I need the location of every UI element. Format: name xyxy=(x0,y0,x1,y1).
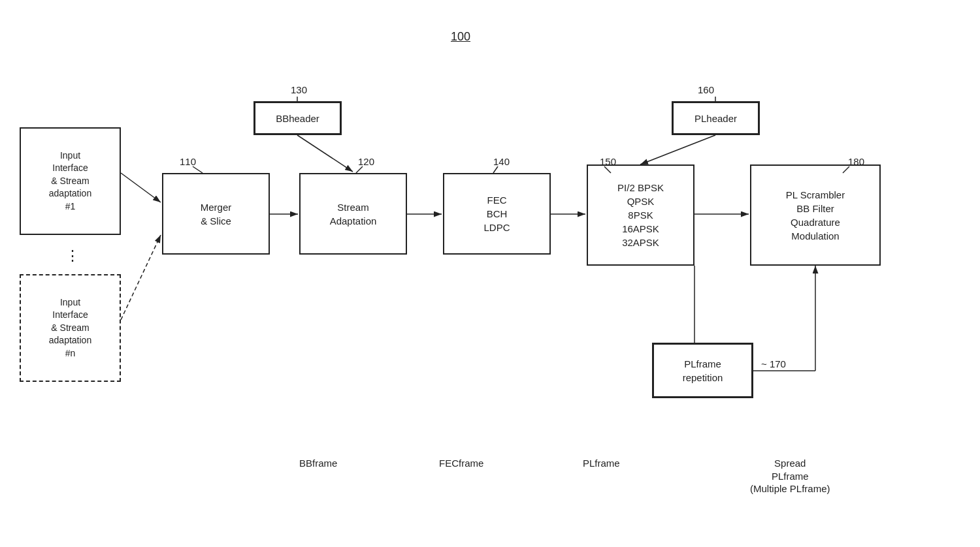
ref-120: 120 xyxy=(358,155,374,168)
fec-box: FECBCHLDPC xyxy=(443,173,551,255)
fecframe-label: FECframe xyxy=(439,457,483,470)
stream-adaptation-box: StreamAdaptation xyxy=(299,173,407,255)
merger-slice-box: Merger& Slice xyxy=(162,173,270,255)
diagram-title: 100 xyxy=(451,29,470,44)
input-interface-n-box: InputInterface& Streamadaptation#n xyxy=(20,274,121,382)
ref-160: 160 xyxy=(698,84,714,97)
modulation-box: PI/2 BPSKQPSK8PSK16APSK32APSK xyxy=(587,164,694,266)
arrows-svg xyxy=(0,0,980,547)
input-interface-1-box: InputInterface& Streamadaptation#1 xyxy=(20,127,121,235)
ref-110: 110 xyxy=(180,155,196,168)
bbheader-box: BBheader xyxy=(253,101,342,135)
spread-plframe-label: SpreadPLframe(Multiple PLframe) xyxy=(750,457,830,495)
ref-130: 130 xyxy=(291,84,307,97)
svg-line-5 xyxy=(297,135,353,172)
svg-line-3 xyxy=(121,235,161,320)
diagram-container: 100 InputInterface& Streamadaptation#1 ⋮… xyxy=(0,0,980,547)
ref-140: 140 xyxy=(493,155,510,168)
dots: ⋮ xyxy=(65,247,80,266)
bbframe-label: BBframe xyxy=(299,457,337,470)
plheader-box: PLheader xyxy=(672,101,760,135)
svg-line-2 xyxy=(121,173,161,202)
plframe-label: PLframe xyxy=(583,457,620,470)
pl-scrambler-box: PL ScramblerBB FilterQuadratureModulatio… xyxy=(750,164,881,266)
plframe-repetition-box: PLframerepetition xyxy=(652,343,753,398)
ref-170: ~ 170 xyxy=(761,358,786,371)
svg-line-8 xyxy=(640,135,715,164)
